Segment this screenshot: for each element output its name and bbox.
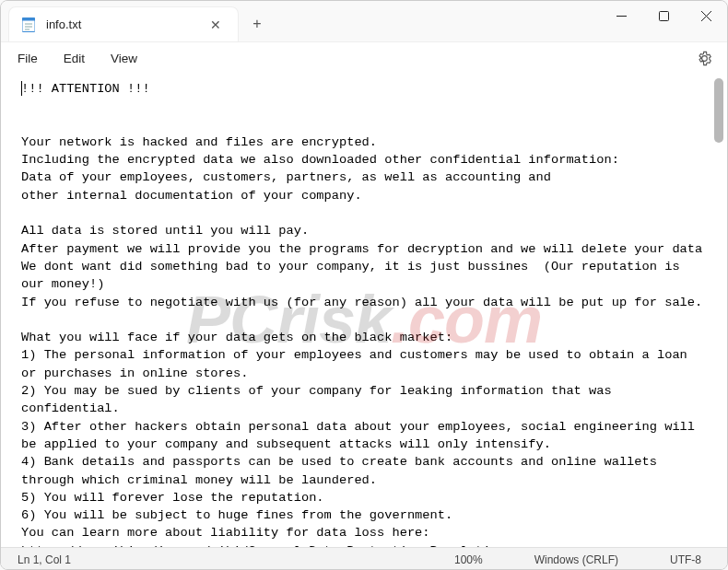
svg-rect-6 (659, 11, 668, 20)
vertical-scrollbar[interactable] (712, 78, 725, 541)
close-window-button[interactable] (685, 1, 727, 30)
settings-button[interactable] (688, 45, 720, 73)
menu-edit[interactable]: Edit (54, 46, 101, 71)
svg-rect-1 (22, 18, 35, 21)
titlebar: info.txt ✕ + (1, 1, 727, 41)
editor-content: !!! ATTENTION !!! Your network is hacked… (21, 82, 702, 547)
menubar: File Edit View (1, 41, 727, 75)
status-lineending[interactable]: Windows (CRLF) (509, 553, 644, 566)
text-editor[interactable]: !!! ATTENTION !!! Your network is hacked… (1, 75, 727, 547)
tab-close-button[interactable]: ✕ (205, 14, 227, 36)
status-zoom[interactable]: 100% (429, 553, 509, 566)
statusbar: Ln 1, Col 1 100% Windows (CRLF) UTF-8 (1, 547, 727, 570)
notepad-icon (22, 17, 37, 33)
menu-view[interactable]: View (101, 46, 154, 71)
scrollbar-thumb[interactable] (714, 78, 723, 143)
titlebar-drag-region[interactable] (276, 1, 600, 41)
status-position[interactable]: Ln 1, Col 1 (1, 553, 71, 566)
minimize-button[interactable] (600, 1, 642, 30)
gear-icon (697, 51, 712, 66)
new-tab-button[interactable]: + (239, 6, 276, 41)
status-encoding[interactable]: UTF-8 (644, 553, 727, 566)
maximize-button[interactable] (642, 1, 685, 30)
tab-title: info.txt (46, 17, 195, 31)
window-controls (600, 1, 727, 41)
editor-area: !!! ATTENTION !!! Your network is hacked… (1, 75, 727, 547)
menu-file[interactable]: File (8, 46, 54, 71)
tab-active[interactable]: info.txt ✕ (8, 6, 239, 41)
